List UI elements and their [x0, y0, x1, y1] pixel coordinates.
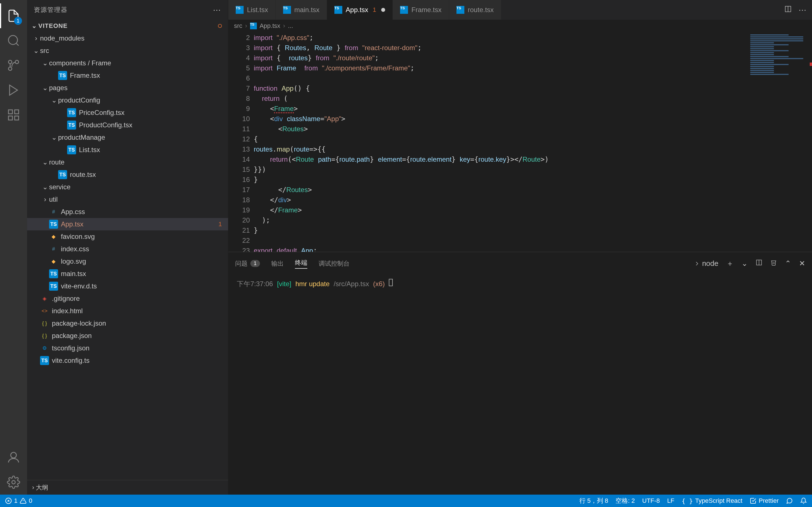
tree-folder[interactable]: ⌄productConfig [27, 94, 228, 107]
svg-point-10 [11, 452, 16, 458]
tree-file[interactable]: <>index.html [27, 305, 228, 317]
tree-item-label: main.tsx [61, 270, 228, 278]
more-actions-icon[interactable]: ⋯ [799, 5, 806, 15]
chevron-icon: ⌄ [50, 96, 58, 104]
tree-file[interactable]: #App.css [27, 206, 228, 218]
tree-item-label: App.tsx [61, 220, 218, 228]
terminal-tab[interactable]: 终端 [295, 259, 307, 269]
account-icon[interactable] [0, 445, 27, 470]
terminal-split-dropdown-icon[interactable]: ⌄ [742, 259, 748, 268]
css-icon: # [49, 207, 58, 216]
explorer-icon[interactable]: 1 [0, 3, 27, 28]
tree-folder[interactable]: ⌄route [27, 156, 228, 168]
split-editor-icon[interactable] [784, 5, 792, 15]
status-eol[interactable]: LF [667, 497, 674, 504]
minimap[interactable] [747, 32, 812, 252]
ts-icon: TS [335, 6, 342, 14]
tree-item-label: vite-env.d.ts [61, 282, 228, 290]
editor-tab[interactable]: TSroute.tsx [449, 0, 501, 20]
tree-item-label: PriceConfig.tsx [79, 109, 228, 117]
run-debug-icon[interactable] [0, 78, 27, 103]
chevron-up-icon[interactable]: ⌃ [785, 259, 791, 268]
sidebar-title: 资源管理器 [34, 6, 213, 14]
breadcrumb[interactable]: src › TS App.tsx › ... [229, 20, 812, 32]
chevron-icon: › [32, 34, 40, 42]
tree-file[interactable]: TSFrame.tsx [27, 69, 228, 82]
status-encoding[interactable]: UTF-8 [642, 497, 660, 504]
editor-tab[interactable]: TSmain.tsx [276, 0, 327, 20]
outline-section[interactable]: › 大纲 [27, 480, 228, 495]
debug-console-tab[interactable]: 调试控制台 [319, 260, 350, 268]
svg-icon: ◆ [49, 257, 58, 266]
terminal-output[interactable]: 下午7:37:06 [vite] hmr update /src/App.tsx… [229, 275, 812, 495]
status-feedback-icon[interactable] [786, 497, 793, 504]
tree-file[interactable]: ◆logo.svg [27, 255, 228, 268]
tree-folder[interactable]: ›node_modules [27, 32, 228, 45]
tree-item-label: package-lock.json [52, 320, 228, 327]
tree-item-label: Frame.tsx [70, 71, 228, 79]
editor-tab[interactable]: TSList.tsx [229, 0, 276, 20]
search-icon[interactable] [0, 28, 27, 53]
tree-file[interactable]: TSmain.tsx [27, 268, 228, 280]
close-panel-icon[interactable]: ✕ [799, 259, 805, 268]
extensions-icon[interactable] [0, 103, 27, 127]
tab-label: route.tsx [468, 6, 494, 14]
svg-point-0 [8, 36, 17, 45]
tree-folder[interactable]: ⌄service [27, 181, 228, 193]
tree-folder[interactable]: ⌄pages [27, 82, 228, 94]
tree-file[interactable]: TSProductConfig.tsx [27, 119, 228, 131]
editor-group: TSList.tsxTSmain.tsxTSApp.tsx1TSFrame.ts… [229, 0, 812, 495]
tree-item-label: service [49, 183, 228, 191]
tree-folder[interactable]: ›util [27, 193, 228, 206]
tree-folder[interactable]: ⌄productManage [27, 131, 228, 144]
tree-item-label: .gitignore [52, 295, 228, 302]
tree-file[interactable]: ◈.gitignore [27, 292, 228, 305]
tree-item-label: tsconfig.json [52, 344, 228, 352]
breadcrumb-file: App.tsx [260, 22, 280, 30]
svg-icon: ◆ [49, 232, 58, 241]
new-terminal-icon[interactable]: ＋ [726, 259, 733, 269]
svg-marker-5 [10, 85, 17, 95]
tree-folder[interactable]: ⌄components / Frame [27, 57, 228, 69]
tree-file[interactable]: TSvite-env.d.ts [27, 280, 228, 292]
file-tree: ›node_modules⌄src⌄components / FrameTSFr… [27, 32, 228, 480]
sidebar-more-icon[interactable]: ⋯ [213, 5, 221, 15]
source-control-icon[interactable] [0, 53, 27, 78]
tree-file[interactable]: #index.css [27, 243, 228, 255]
status-errors[interactable]: 1 0 [5, 497, 33, 504]
tree-file[interactable]: TSroute.tsx [27, 168, 228, 181]
tree-item-label: pages [49, 84, 228, 92]
ts-icon: TS [49, 282, 58, 291]
split-panel-icon[interactable] [756, 259, 762, 268]
problems-count-badge: 1 [250, 260, 260, 267]
status-prettier[interactable]: Prettier [750, 497, 779, 504]
tree-folder[interactable]: ⌄src [27, 45, 228, 57]
terminal-task-dropdown[interactable]: node [694, 259, 718, 268]
code-editor[interactable]: import "./App.css"; import { Routes, Rou… [254, 32, 747, 252]
tree-file[interactable]: ◆favicon.svg [27, 230, 228, 243]
tree-file[interactable]: TSPriceConfig.tsx [27, 107, 228, 119]
tree-file[interactable]: { }package-lock.json [27, 317, 228, 330]
settings-gear-icon[interactable] [0, 470, 27, 495]
status-spaces[interactable]: 空格: 2 [615, 497, 635, 505]
status-line-col[interactable]: 行 5，列 8 [579, 497, 608, 505]
editor-tab[interactable]: TSApp.tsx1 [327, 0, 393, 20]
explorer-sidebar: 资源管理器 ⋯ ⌄ VITEONE ›node_modules⌄src⌄comp… [27, 0, 229, 495]
ts-icon: TS [58, 170, 67, 179]
tree-file[interactable]: TSApp.tsx1 [27, 218, 228, 230]
editor-tab[interactable]: TSFrame.tsx [393, 0, 449, 20]
trash-icon[interactable] [770, 259, 777, 268]
chevron-icon: ⌄ [32, 47, 40, 55]
explorer-badge: 1 [14, 17, 22, 25]
problems-tab[interactable]: 问题 1 [235, 260, 260, 268]
output-tab[interactable]: 输出 [271, 260, 284, 268]
tree-file[interactable]: ⚙tsconfig.json [27, 342, 228, 354]
status-language[interactable]: { } TypeScript React [682, 497, 742, 504]
tree-file[interactable]: TSvite.config.ts [27, 354, 228, 367]
status-bell-icon[interactable] [800, 497, 807, 504]
tab-problem-badge: 1 [373, 6, 376, 13]
project-header[interactable]: ⌄ VITEONE [27, 20, 228, 32]
tree-file[interactable]: { }package.json [27, 330, 228, 342]
tree-item-label: src [40, 47, 228, 55]
tree-file[interactable]: TSList.tsx [27, 144, 228, 156]
